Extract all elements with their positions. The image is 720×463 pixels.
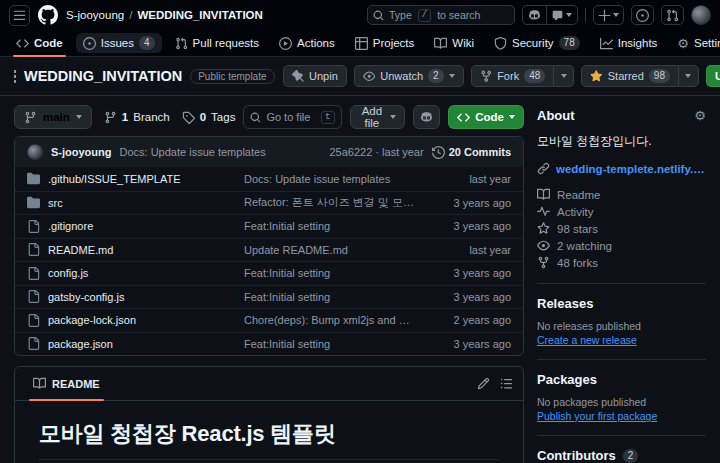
github-logo-icon[interactable]	[38, 5, 58, 25]
file-link[interactable]: .gitignore	[27, 220, 232, 233]
repo-title[interactable]: WEDDING_INVITATION	[24, 68, 182, 84]
file-icon	[27, 243, 40, 256]
watch-label: Unwatch	[380, 70, 423, 82]
file-commit-message[interactable]: Update README.md	[244, 244, 419, 256]
search-placeholder-suffix: to search	[437, 9, 480, 21]
tag-word: Tags	[211, 111, 235, 123]
create-release-link[interactable]: Create a new release	[537, 334, 637, 346]
file-commit-message[interactable]: Docs: Update issue templates	[244, 173, 419, 185]
table-row: .github/ISSUE_TEMPLATE Docs: Update issu…	[15, 167, 523, 191]
fork-icon	[480, 70, 493, 83]
packages-title[interactable]: Packages	[537, 372, 597, 387]
file-name: src	[48, 197, 63, 209]
chevron-down-icon	[561, 74, 567, 78]
star-button-group: Starred 98	[581, 65, 699, 87]
unpin-button[interactable]: Unpin	[283, 65, 347, 87]
publish-package-link[interactable]: Publish your first package	[537, 410, 657, 422]
file-link[interactable]: .github/ISSUE_TEMPLATE	[27, 172, 232, 185]
about-section: About ⚙ 모바일 청첩장입니다. wedding-templete.net…	[537, 108, 706, 271]
edit-pencil-icon[interactable]	[477, 377, 490, 390]
about-settings-gear-icon[interactable]: ⚙	[694, 109, 706, 122]
hamburger-menu-button[interactable]	[9, 5, 30, 26]
tab-security[interactable]: Security 78	[484, 30, 590, 56]
contributors-title[interactable]: Contributors	[537, 448, 616, 463]
breadcrumb-repo[interactable]: WEDDING_INVITATION	[137, 9, 262, 21]
tab-readme[interactable]: README	[25, 367, 108, 400]
fork-button[interactable]: Fork 48	[471, 65, 555, 87]
tags-link[interactable]: 0 Tags	[182, 111, 236, 124]
copilot-code-button[interactable]	[413, 105, 440, 129]
file-commit-message[interactable]: Feat:Initial setting	[244, 338, 419, 350]
commit-author-avatar[interactable]	[27, 144, 43, 160]
tab-actions-label: Actions	[297, 37, 335, 49]
git-branch-icon	[104, 111, 117, 124]
table-row: config.js Feat:Initial setting 3 years a…	[15, 261, 523, 285]
user-avatar[interactable]	[691, 5, 711, 25]
file-name: gatsby-config.js	[48, 291, 124, 303]
file-link[interactable]: package.json	[27, 337, 232, 350]
code-dropdown-button[interactable]: Code	[448, 105, 524, 129]
sidebar: About ⚙ 모바일 청첩장입니다. wedding-templete.net…	[537, 96, 706, 463]
file-commit-message[interactable]: Feat:Initial setting	[244, 220, 419, 232]
unpin-label: Unpin	[309, 70, 338, 82]
branch-selector[interactable]: main	[14, 105, 92, 129]
readme-content: 모바일 청첩장 React.js 템플릿 결혼식 초대를 위한 청첩장 템플릿입…	[15, 401, 523, 463]
header-divider	[585, 8, 586, 22]
tab-insights[interactable]: Insights	[590, 30, 668, 56]
tab-pull-requests[interactable]: Pull requests	[165, 30, 269, 56]
copilot-button[interactable]	[523, 6, 546, 24]
activity-link[interactable]: Activity	[537, 203, 706, 220]
add-file-label: Add file	[359, 105, 386, 129]
chevron-down-icon	[449, 74, 455, 78]
branch-count: 1	[122, 111, 128, 123]
file-link[interactable]: package-lock.json	[27, 314, 232, 327]
readme-link[interactable]: Readme	[537, 186, 706, 203]
add-file-button[interactable]: Add file	[350, 105, 406, 129]
copilot-menu-button[interactable]	[546, 6, 577, 24]
tab-code[interactable]: Code	[6, 30, 73, 56]
commit-hash-time[interactable]: 25a6222 · last year	[329, 146, 423, 158]
tab-issues[interactable]: Issues 4	[73, 30, 165, 56]
table-row: gatsby-config.js Feat:Initial setting 3 …	[15, 285, 523, 309]
watch-button[interactable]: Unwatch 2	[354, 65, 464, 87]
watching-link[interactable]: 2 watching	[537, 237, 706, 254]
file-link[interactable]: README.md	[27, 243, 232, 256]
stars-link[interactable]: 98 stars	[537, 220, 706, 237]
create-new-button[interactable]	[593, 5, 624, 25]
chevron-down-icon	[76, 115, 82, 119]
table-row: package.json Feat:Initial setting 3 year…	[15, 332, 523, 356]
file-commit-message[interactable]: Refactor: 폰트 사이즈 변경 및 모바일 반응형 최적화	[244, 195, 419, 210]
commit-message[interactable]: Docs: Update issue templates	[120, 146, 322, 158]
branches-link[interactable]: 1 Branch	[104, 111, 170, 124]
starred-button[interactable]: Starred 98	[581, 65, 679, 87]
star-dropdown-button[interactable]	[679, 65, 699, 87]
tab-actions[interactable]: Actions	[269, 30, 345, 56]
use-template-button[interactable]: Use this template	[706, 65, 720, 87]
forks-link[interactable]: 48 forks	[537, 254, 706, 271]
your-pull-requests-button[interactable]	[661, 5, 684, 25]
tab-settings[interactable]: ⚙ Settings	[667, 30, 720, 56]
website-link[interactable]: wedding-templete.netlify.app/	[556, 163, 706, 175]
file-link[interactable]: gatsby-config.js	[27, 290, 232, 303]
contributors-count-badge: 2	[623, 449, 639, 463]
file-commit-message[interactable]: Feat:Initial setting	[244, 267, 419, 279]
pin-icon	[292, 70, 305, 83]
book-icon	[434, 37, 447, 50]
file-link[interactable]: src	[27, 196, 232, 209]
file-commit-message[interactable]: Feat:Initial setting	[244, 291, 419, 303]
commit-author[interactable]: S-jooyoung	[51, 146, 112, 158]
fork-dropdown-button[interactable]	[554, 65, 574, 87]
your-issues-button[interactable]	[631, 5, 654, 25]
file-name: .github/ISSUE_TEMPLATE	[48, 173, 180, 185]
go-to-file-input[interactable]: Go to file t	[243, 105, 341, 129]
about-stats-list: Readme Activity 98 stars 2 watching 48 f…	[537, 186, 706, 271]
commit-history-link[interactable]: 20 Commits	[432, 146, 511, 159]
file-link[interactable]: config.js	[27, 267, 232, 280]
global-search-input[interactable]: Type / to search	[367, 5, 515, 25]
tab-wiki[interactable]: Wiki	[424, 30, 484, 56]
outline-list-icon[interactable]	[500, 377, 513, 390]
file-commit-message[interactable]: Chore(deps): Bump xml2js and @gatsbyjs/p…	[244, 314, 419, 326]
releases-title[interactable]: Releases	[537, 296, 593, 311]
tab-projects[interactable]: Projects	[345, 30, 425, 56]
breadcrumb-owner[interactable]: S-jooyoung	[66, 9, 124, 21]
